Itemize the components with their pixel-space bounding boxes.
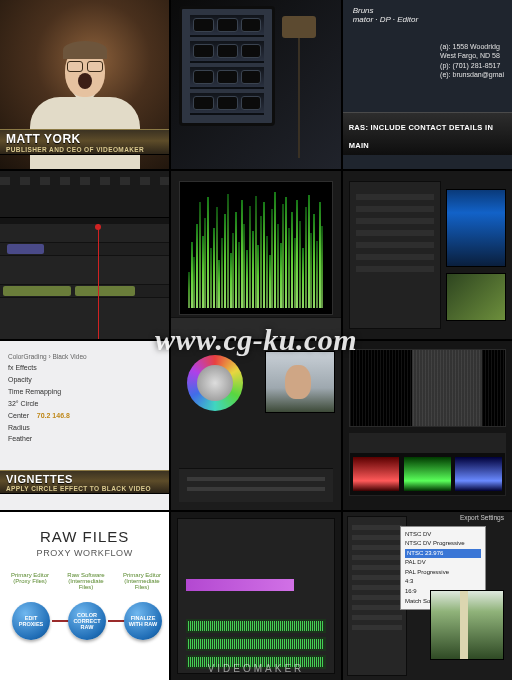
presenter-role: PUBLISHER AND CEO OF VIDEOMAKER <box>6 146 163 153</box>
thumb-credits: Bruns mator · DP · Editor (a): 1558 Wood… <box>343 0 512 169</box>
waveform-scope <box>186 188 325 309</box>
equipment-cabinet <box>179 6 275 126</box>
thumb-gear <box>171 0 340 169</box>
credit-title: Bruns mator · DP · Editor <box>353 6 419 24</box>
thumb-scopes <box>343 341 512 510</box>
color-wheel[interactable] <box>187 355 243 411</box>
spectral-display <box>446 189 506 267</box>
thumb-waveform-scope <box>171 171 340 340</box>
hint-strap: RAS: INCLUDE CONTACT DETAILS IN MAIN <box>343 112 512 155</box>
thumbnail-grid: MATT YORK PUBLISHER AND CEO OF VIDEOMAKE… <box>0 0 512 680</box>
thumb-audio-spectral <box>343 171 512 340</box>
light-stand <box>275 8 323 158</box>
grade-sliders[interactable] <box>179 468 332 502</box>
contact-block: (a): 1558 Woodridg West Fargo, ND 58 (p)… <box>440 42 504 80</box>
flow-node: EDIT PROXIES <box>12 602 50 640</box>
dialog-title: Export Settings <box>460 514 504 521</box>
thumb-audio-edit <box>171 512 340 681</box>
lower-third: MATT YORK PUBLISHER AND CEO OF VIDEOMAKE… <box>0 129 169 155</box>
luma-waveform <box>349 349 506 427</box>
thumb-raw-workflow: RAW FILES PROXY WORKFLOW Primary Editor … <box>0 512 169 681</box>
slide-subtitle: PROXY WORKFLOW <box>0 548 169 558</box>
flow-node: FINALIZE WITH RAW <box>124 602 162 640</box>
rgb-parade <box>349 452 506 496</box>
thumb-effect-controls: ColorGrading › Black Video fx Effects Op… <box>0 341 169 510</box>
export-preview <box>430 590 504 660</box>
thumb-timeline <box>0 171 169 340</box>
lower-third: VIGNETTES APPLY CIRCLE EFFECT TO BLACK V… <box>0 470 169 494</box>
watermark-secondary: VIDEOMAKER <box>208 663 305 674</box>
thumb-color-grade <box>171 341 340 510</box>
flow-node: COLOR CORRECT RAW <box>68 602 106 640</box>
thumb-presenter: MATT YORK PUBLISHER AND CEO OF VIDEOMAKE… <box>0 0 169 169</box>
slide-title: RAW FILES <box>0 528 169 545</box>
video-preview <box>446 273 506 321</box>
effect-params: ColorGrading › Black Video fx Effects Op… <box>8 351 87 445</box>
thumb-export: Export Settings NTSC DV NTSC DV Progress… <box>343 512 512 681</box>
presenter-name: MATT YORK <box>6 132 163 146</box>
